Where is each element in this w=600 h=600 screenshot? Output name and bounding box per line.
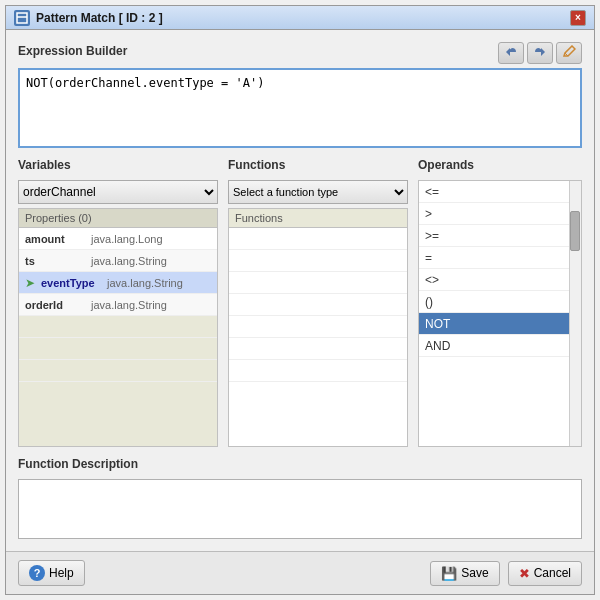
- operand-neq[interactable]: <>: [419, 269, 581, 291]
- functions-label: Functions: [228, 158, 408, 172]
- title-bar: Pattern Match [ ID : 2 ] ×: [6, 6, 594, 30]
- func-row-4: [229, 294, 407, 316]
- properties-header: Properties (0): [19, 209, 217, 228]
- variables-dropdown[interactable]: orderChannel: [18, 180, 218, 204]
- operand-not[interactable]: NOT: [419, 313, 581, 335]
- cancel-button[interactable]: ✖ Cancel: [508, 561, 582, 586]
- operand-eq[interactable]: =: [419, 247, 581, 269]
- dialog-icon: [14, 10, 30, 26]
- operand-parens[interactable]: (): [419, 291, 581, 313]
- title-bar-left: Pattern Match [ ID : 2 ]: [14, 10, 163, 26]
- dialog-window: Pattern Match [ ID : 2 ] × Expression Bu…: [5, 5, 595, 595]
- operand-lte[interactable]: <=: [419, 181, 581, 203]
- prop-arrow-icon: ➤: [25, 276, 35, 290]
- function-description-box: [18, 479, 582, 539]
- function-description-label: Function Description: [18, 457, 582, 471]
- prop-row-orderid[interactable]: orderId java.lang.String: [19, 294, 217, 316]
- save-icon: 💾: [441, 566, 457, 581]
- dialog-title: Pattern Match [ ID : 2 ]: [36, 11, 163, 25]
- three-column-layout: Variables orderChannel Properties (0) am…: [18, 158, 582, 447]
- prop-name-orderid: orderId: [25, 299, 85, 311]
- operand-gt[interactable]: >: [419, 203, 581, 225]
- operands-scrollbar-track: [569, 181, 581, 446]
- operands-label: Operands: [418, 158, 582, 172]
- operand-and[interactable]: AND: [419, 335, 581, 357]
- help-button[interactable]: ? Help: [18, 560, 85, 586]
- func-row-7: [229, 360, 407, 382]
- function-type-dropdown[interactable]: Select a function type: [228, 180, 408, 204]
- help-icon: ?: [29, 565, 45, 581]
- expression-header: Expression Builder: [18, 42, 582, 64]
- operands-scrollbar-thumb[interactable]: [570, 211, 580, 251]
- functions-column: Functions Select a function type Functio…: [228, 158, 408, 447]
- prop-name-amount: amount: [25, 233, 85, 245]
- prop-type-amount: java.lang.Long: [91, 233, 163, 245]
- prop-row-amount[interactable]: amount java.lang.Long: [19, 228, 217, 250]
- expression-buttons: [498, 42, 582, 64]
- prop-type-ts: java.lang.String: [91, 255, 167, 267]
- func-row-2: [229, 250, 407, 272]
- variables-label: Variables: [18, 158, 218, 172]
- prop-name-ts: ts: [25, 255, 85, 267]
- forward-icon: [533, 45, 547, 62]
- func-row-5: [229, 316, 407, 338]
- func-row-6: [229, 338, 407, 360]
- forward-button[interactable]: [527, 42, 553, 64]
- save-button[interactable]: 💾 Save: [430, 561, 499, 586]
- prop-type-orderid: java.lang.String: [91, 299, 167, 311]
- cancel-label: Cancel: [534, 566, 571, 580]
- prop-empty-1: [19, 316, 217, 338]
- dialog-body: Expression Builder: [6, 30, 594, 551]
- prop-type-eventtype: java.lang.String: [107, 277, 183, 289]
- back-icon: [504, 45, 518, 62]
- operands-box: <= > >= = <> () NOT AND: [418, 180, 582, 447]
- save-label: Save: [461, 566, 488, 580]
- prop-row-eventtype[interactable]: ➤ eventType java.lang.String: [19, 272, 217, 294]
- expression-builder-label: Expression Builder: [18, 44, 127, 58]
- functions-box: Functions: [228, 208, 408, 447]
- clear-button[interactable]: [556, 42, 582, 64]
- pencil-icon: [562, 45, 576, 62]
- func-row-1: [229, 228, 407, 250]
- operands-column: Operands <= > >= = <> () NOT AND: [418, 158, 582, 447]
- functions-panel-header: Functions: [229, 209, 407, 228]
- svg-rect-0: [17, 13, 27, 23]
- dialog-footer: ? Help 💾 Save ✖ Cancel: [6, 551, 594, 594]
- cancel-icon: ✖: [519, 566, 530, 581]
- expression-builder-section: Expression Builder: [18, 42, 582, 148]
- footer-right-buttons: 💾 Save ✖ Cancel: [430, 561, 582, 586]
- function-description-section: Function Description: [18, 457, 582, 539]
- prop-row-ts[interactable]: ts java.lang.String: [19, 250, 217, 272]
- prop-empty-3: [19, 360, 217, 382]
- variables-column: Variables orderChannel Properties (0) am…: [18, 158, 218, 447]
- close-button[interactable]: ×: [570, 10, 586, 26]
- prop-name-eventtype: eventType: [41, 277, 101, 289]
- help-label: Help: [49, 566, 74, 580]
- properties-box: Properties (0) amount java.lang.Long ts …: [18, 208, 218, 447]
- func-row-3: [229, 272, 407, 294]
- prop-empty-2: [19, 338, 217, 360]
- operand-gte[interactable]: >=: [419, 225, 581, 247]
- expression-input[interactable]: NOT(orderChannel.eventType = 'A'): [18, 68, 582, 148]
- back-button[interactable]: [498, 42, 524, 64]
